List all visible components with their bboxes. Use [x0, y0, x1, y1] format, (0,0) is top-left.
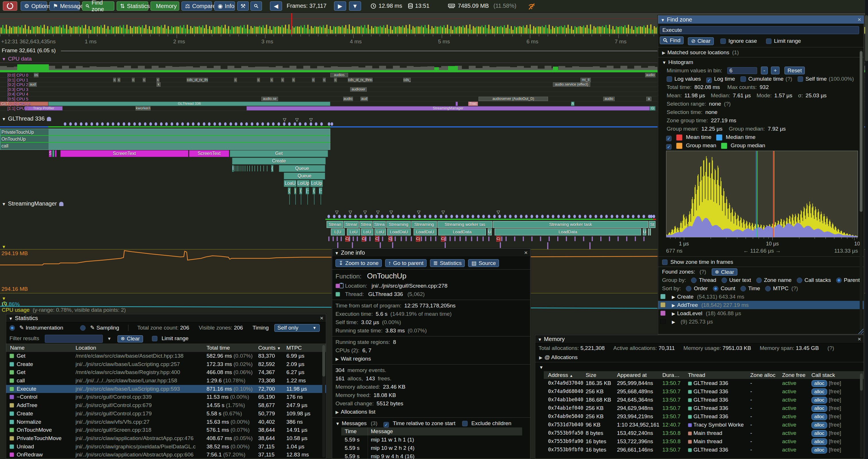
- frame-bar[interactable]: [602, 26, 603, 34]
- frame-bar[interactable]: [261, 27, 262, 34]
- frame-bar[interactable]: [293, 28, 295, 34]
- zone[interactable]: St: [649, 221, 655, 228]
- frame-bar[interactable]: [431, 26, 433, 34]
- table-row[interactable]: 0x74a9d68040256 KB295,668,489ns13:50.7 G…: [544, 387, 864, 396]
- frame-bar[interactable]: [383, 25, 384, 34]
- scrollbar[interactable]: [860, 373, 863, 458]
- frame-bar[interactable]: [102, 28, 103, 34]
- frame-bar[interactable]: [600, 27, 601, 34]
- frame-bar[interactable]: [87, 29, 88, 34]
- cpu-zone[interactable]: Tracy Profiler: [25, 106, 63, 110]
- frame-bar[interactable]: [516, 27, 517, 34]
- cpu-zone[interactable]: audioserver (AudioOut_D): [478, 97, 548, 101]
- frame-bar[interactable]: [417, 26, 419, 34]
- cpu-zone[interactable]: audio.: [343, 97, 353, 101]
- zone[interactable]: |~: [319, 188, 322, 194]
- frame-bar[interactable]: [440, 26, 441, 34]
- histogram-plot[interactable]: [666, 151, 858, 237]
- frame-bar[interactable]: [204, 28, 205, 34]
- frame-bar[interactable]: [109, 30, 110, 34]
- frame-bar[interactable]: [297, 26, 298, 34]
- legend-checkbox[interactable]: ✓: [666, 136, 672, 141]
- frame-bar[interactable]: [635, 26, 636, 34]
- frame-bar[interactable]: [239, 27, 240, 34]
- frame-bar[interactable]: [576, 27, 577, 34]
- frame-bar[interactable]: [556, 26, 557, 34]
- zone-tick[interactable]: [557, 236, 558, 241]
- cpu-zone[interactable]: k: [157, 83, 161, 87]
- frame-bar[interactable]: [166, 29, 167, 34]
- frame-bar[interactable]: [409, 24, 410, 34]
- frame-bar[interactable]: [235, 26, 236, 34]
- message-dot[interactable]: [584, 215, 587, 218]
- table-row[interactable]: Get/mnt/e/claw/src/claw/base/Registry.hp…: [6, 368, 326, 376]
- message-dot[interactable]: [176, 122, 179, 126]
- message-dot[interactable]: [106, 122, 109, 126]
- cpu-zone[interactable]: c: [270, 78, 273, 82]
- frame-bar[interactable]: [519, 26, 521, 34]
- frame-bar[interactable]: [457, 26, 458, 34]
- zone[interactable]: Streaming worker task: [493, 221, 648, 228]
- frame-bar[interactable]: [521, 27, 522, 34]
- message-dot[interactable]: [456, 215, 458, 218]
- frame-bar[interactable]: [178, 27, 179, 34]
- frame-bar[interactable]: [523, 26, 524, 34]
- frame-bar[interactable]: [104, 25, 105, 34]
- zone-tick[interactable]: [328, 236, 330, 241]
- zone-tick[interactable]: [450, 236, 451, 241]
- frame-bar[interactable]: [266, 25, 267, 34]
- message-dot[interactable]: [117, 122, 120, 126]
- frame-bar[interactable]: [173, 27, 174, 34]
- frame-bar[interactable]: [480, 27, 481, 34]
- frame-bar[interactable]: [342, 26, 343, 34]
- frame-bar[interactable]: [187, 25, 188, 34]
- cpu-zone[interactable]: c: [312, 78, 315, 82]
- message-dot[interactable]: [144, 122, 147, 126]
- zone-tick[interactable]: [460, 236, 461, 241]
- message-dot[interactable]: [482, 215, 485, 218]
- table-row[interactable]: PrivateTouchMovejni/../jni/src/claw/appl…: [6, 434, 326, 442]
- frame-bar[interactable]: [168, 26, 169, 34]
- frame-bar[interactable]: [354, 28, 355, 34]
- self-time-checkbox[interactable]: [798, 76, 803, 82]
- found-zone-group[interactable]: ▶(9) 225.73 µs: [658, 318, 864, 326]
- frame-bar[interactable]: [213, 26, 214, 34]
- frame-bar[interactable]: [571, 26, 572, 34]
- frame-bar[interactable]: [228, 26, 229, 34]
- frame-bar[interactable]: [443, 25, 445, 34]
- find-zone-titlebar[interactable]: ▼Find zone×: [658, 15, 864, 24]
- frame-bar[interactable]: [262, 25, 264, 34]
- message-dot[interactable]: [213, 122, 216, 126]
- frame-bar[interactable]: [525, 28, 526, 34]
- cpu-zone[interactable]: c: [257, 78, 260, 82]
- frame-bar[interactable]: [499, 27, 500, 34]
- frame-bar[interactable]: [211, 30, 212, 34]
- frame-bar[interactable]: [368, 25, 369, 34]
- frame-bar[interactable]: [390, 26, 391, 34]
- frame-bar[interactable]: [92, 26, 93, 34]
- options-button[interactable]: ⚙Options: [21, 1, 47, 11]
- frame-bar[interactable]: [30, 30, 31, 34]
- zone[interactable]: LoiUp: [297, 180, 310, 187]
- frame-bar[interactable]: [135, 27, 136, 34]
- message-dot[interactable]: [477, 215, 480, 218]
- message-row[interactable]: 5.59 smip 11 w 1 h 1 (1): [341, 435, 522, 444]
- frame-bar[interactable]: [183, 25, 184, 34]
- frame-bar[interactable]: [483, 27, 484, 34]
- cpu-zone[interactable]: c: [143, 78, 146, 82]
- cpu-zone[interactable]: [456, 102, 458, 106]
- frame-bar[interactable]: [106, 29, 107, 34]
- frame-bar[interactable]: [11, 28, 12, 34]
- cpu-zone[interactable]: aud: [361, 97, 368, 101]
- zone[interactable]: E: [232, 165, 234, 172]
- frame-bar[interactable]: [621, 26, 622, 34]
- alloc-callstack-button[interactable]: alloc: [811, 413, 827, 420]
- frame-bar[interactable]: [587, 25, 588, 34]
- zone-marker-triangle[interactable]: ▽: [390, 209, 393, 215]
- frame-bar[interactable]: [249, 29, 250, 34]
- message-dot[interactable]: [272, 122, 275, 126]
- frame-bar[interactable]: [397, 26, 398, 34]
- info-button[interactable]: ◉Info: [214, 1, 235, 11]
- message-dot[interactable]: [235, 122, 237, 126]
- find-zone-query-input[interactable]: [660, 26, 859, 34]
